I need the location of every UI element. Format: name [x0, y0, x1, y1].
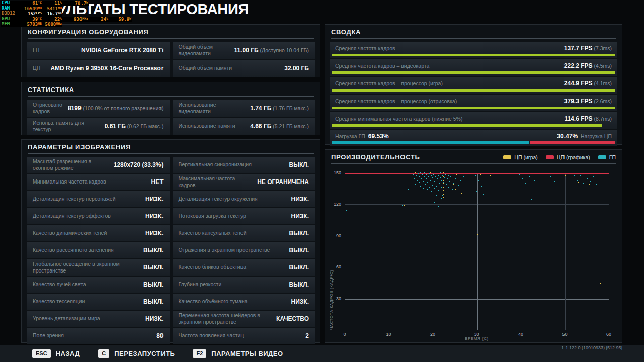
- overlay-sensor-value: 70.7W: [62, 1, 89, 6]
- setting-cell: Масштаб разрешения в оконном режиме1280x…: [27, 157, 170, 173]
- legend-swatch: [503, 155, 511, 159]
- hardware-label: Общий объем памяти: [179, 65, 232, 71]
- data-point: [453, 184, 454, 185]
- overlay-sensor-label: CPU: [1, 1, 20, 6]
- data-point: [443, 197, 444, 198]
- data-point: [419, 182, 420, 183]
- data-point: [577, 180, 578, 181]
- performance-chart-panel: ПРОИЗВОДИТЕЛЬНОСТЬ ЦП (игра)ЦП (графика)…: [325, 149, 622, 343]
- setting-row: Качество динамических тенейНИЗК.Качество…: [27, 225, 315, 241]
- data-point: [441, 198, 442, 199]
- data-point: [587, 178, 588, 179]
- fps-bar-track: [332, 124, 615, 127]
- fps-bar: [332, 107, 615, 109]
- data-point: [439, 183, 440, 184]
- setting-value: НИЗК.: [291, 196, 309, 203]
- setting-cell: Детализация текстур персонажейНИЗК.: [27, 191, 170, 207]
- setting-label: Качество лучей света: [33, 281, 86, 288]
- setting-row: Поле зрения80Частота появления частиц2: [27, 328, 315, 344]
- fps-bar-track: [332, 107, 615, 109]
- data-point: [443, 187, 444, 188]
- chart-x-axis-label: ВРЕМЯ (С): [345, 336, 609, 341]
- statistic-extra: (100.0% от полного разрешения): [82, 105, 164, 111]
- summary-fps-value: 114.6 FPS (8.7ms): [564, 115, 612, 122]
- data-point: [455, 178, 456, 179]
- setting-value: 644x362 (33.3%): [114, 161, 164, 168]
- legend-label: ГП: [609, 154, 616, 160]
- data-point: [420, 172, 421, 173]
- setting-cell: Минимальная частота кадровНЕТ: [27, 174, 170, 190]
- data-point: [456, 174, 457, 175]
- fps-bar: [332, 54, 615, 56]
- statistics-panel: СТАТИСТИКА Отрисовано кадров8199 (100.0%…: [21, 82, 320, 135]
- setting-value: ВЫКЛ.: [143, 247, 164, 254]
- setting-value: НЕТ: [151, 178, 164, 186]
- setting-label: Отражения в экранном пространстве: [179, 247, 270, 253]
- setting-cell: Качество объёмного туманаНИЗК.: [173, 294, 315, 310]
- data-point: [445, 174, 446, 175]
- summary-fps-row: Средняя частота кадров137.7 FPS (7.3ms): [330, 42, 617, 58]
- setting-row: Глобальное освещение в экранном простран…: [27, 259, 315, 276]
- setting-label: Детализация текстур окружения: [179, 196, 258, 202]
- setting-label: Поле зрения: [33, 332, 64, 339]
- setting-row: Детализация текстур эффектовНИЗК.Потоков…: [27, 208, 315, 224]
- setting-cell: Уровень детализации мираНИЗК.: [27, 311, 170, 327]
- hardware-label: ГП: [33, 47, 39, 53]
- overlay-sensor-label: MEM: [1, 22, 20, 27]
- data-point: [583, 183, 584, 184]
- footer-bar: ESCНАЗАДCПЕРЕЗАПУСТИТЬF2ПАРАМЕТРЫ ВИДЕО: [0, 345, 644, 362]
- data-point: [460, 180, 461, 181]
- overlay-sensor-value: 24%: [89, 17, 109, 22]
- data-point: [525, 183, 526, 184]
- data-point: [428, 176, 429, 177]
- data-point: [415, 184, 416, 185]
- overlay-row: D3D12152FPS16.7ms: [1, 11, 132, 17]
- footer-action-c[interactable]: CПЕРЕЗАПУСТИТЬ: [98, 349, 175, 358]
- statistic-cell: Отрисовано кадров8199 (100.0% от полного…: [27, 100, 170, 117]
- data-point: [580, 175, 581, 176]
- setting-value: НИЗК.: [145, 230, 163, 237]
- summary-fps-row: Средняя частота кадров – процессор (отри…: [330, 95, 617, 111]
- summary-fps-value: 222.2 FPS (4.5ms): [564, 62, 612, 69]
- summary-fps-row: Средняя минимальная частота кадров (нижн…: [330, 112, 617, 129]
- legend-swatch: [598, 155, 606, 159]
- data-point: [550, 176, 551, 177]
- setting-value: НИЗК.: [291, 213, 309, 220]
- setting-row: Качество рассеянного затененияВЫКЛ.Отраж…: [27, 242, 315, 258]
- fps-bar: [332, 89, 615, 92]
- data-point: [483, 194, 484, 195]
- statistics-title: СТАТИСТИКА: [22, 82, 320, 96]
- legend-item: ЦП (графика): [546, 154, 590, 160]
- data-point: [413, 174, 414, 175]
- statistic-row: Отрисовано кадров8199 (100.0% от полного…: [27, 100, 315, 117]
- data-point: [438, 175, 439, 176]
- hardware-config-panel: КОНФИГУРАЦИЯ ОБОРУДОВАНИЯ ГПNVIDIA GeFor…: [21, 24, 320, 77]
- data-point: [438, 206, 439, 207]
- summary-fps-frametime: (4.1ms): [592, 80, 612, 86]
- data-point: [453, 183, 454, 184]
- setting-cell: Качество динамических тенейНИЗК.: [27, 225, 170, 241]
- setting-label: Масштаб разрешения в оконном режиме: [33, 158, 110, 171]
- overlay-sensor-value: 930MHz: [62, 17, 89, 22]
- overlay-sensor-value: 152FPS: [20, 11, 42, 17]
- load-split-bar: [332, 141, 615, 144]
- data-point: [444, 177, 445, 178]
- footer-action-f2[interactable]: F2ПАРАМЕТРЫ ВИДЕО: [193, 349, 283, 358]
- fps-bar: [332, 71, 615, 74]
- data-point: [427, 189, 428, 190]
- data-point: [419, 176, 420, 177]
- setting-label: Качество бликов объектива: [179, 264, 247, 270]
- setting-value: ВЫКЛ.: [143, 298, 164, 305]
- data-point: [448, 175, 449, 176]
- overlay-sensor-value: 59.9W: [109, 17, 132, 22]
- data-point: [554, 181, 555, 182]
- data-point: [593, 176, 594, 177]
- setting-label: Уровень детализации мира: [33, 315, 100, 322]
- data-point: [425, 184, 426, 185]
- footer-action-esc[interactable]: ESCНАЗАД: [32, 349, 80, 358]
- setting-label: Переменная частота шейдеров в экранном п…: [179, 312, 273, 325]
- setting-cell: Качество капсульных тенейВЫКЛ.: [173, 225, 315, 241]
- data-point: [477, 234, 478, 235]
- data-point: [431, 191, 432, 192]
- summary-fps-frametime: (7.3ms): [592, 45, 612, 51]
